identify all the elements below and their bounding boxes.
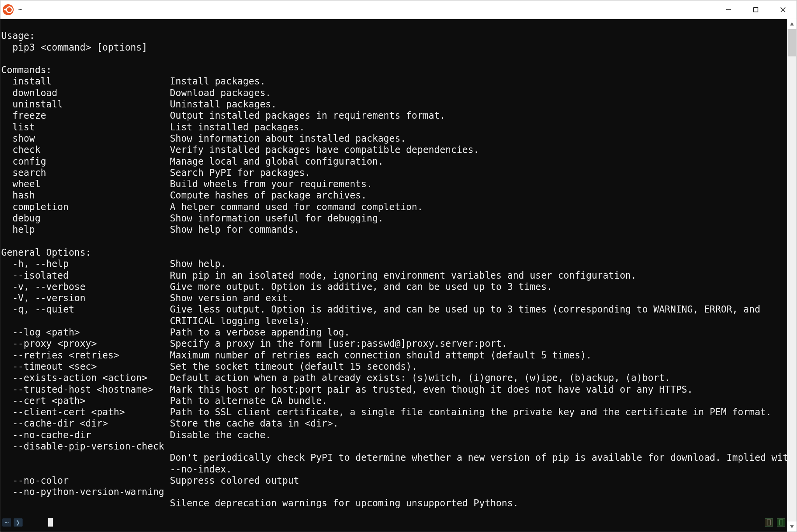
status-path-badge: ~ <box>2 518 11 527</box>
scrollbar[interactable] <box>787 19 797 532</box>
scrollbar-down-button[interactable] <box>787 521 797 532</box>
maximize-button[interactable] <box>742 0 769 19</box>
status-indicator-1: ⎕ <box>765 518 773 527</box>
statusbar-left: ~ ❯ <box>2 518 53 527</box>
statusbar: ~ ❯ ⎕ ⎕ <box>1 513 787 531</box>
scrollbar-thumb[interactable] <box>788 29 796 56</box>
svg-marker-5 <box>790 525 794 528</box>
minimize-icon <box>726 7 731 12</box>
chevron-up-icon <box>790 22 794 26</box>
close-button[interactable] <box>769 0 797 19</box>
minimize-button[interactable] <box>715 0 742 19</box>
titlebar-left: ~ <box>0 4 715 15</box>
svg-marker-4 <box>790 22 794 25</box>
terminal-output[interactable]: Usage: pip3 <command> [options] Commands… <box>0 19 787 532</box>
window-title: ~ <box>18 5 22 14</box>
window-controls <box>715 0 797 19</box>
terminal-cursor <box>48 518 53 527</box>
titlebar[interactable]: ~ <box>0 0 797 19</box>
scrollbar-track[interactable] <box>787 29 797 521</box>
status-prompt-badge: ❯ <box>14 518 23 527</box>
status-indicator-2: ⎕ <box>777 518 785 527</box>
maximize-icon <box>753 7 758 12</box>
close-icon <box>780 7 786 12</box>
terminal-area: Usage: pip3 <command> [options] Commands… <box>0 19 797 532</box>
svg-rect-1 <box>754 7 758 12</box>
ubuntu-logo-icon <box>3 4 14 15</box>
chevron-down-icon <box>790 524 794 529</box>
statusbar-right: ⎕ ⎕ <box>765 518 785 527</box>
scrollbar-up-button[interactable] <box>787 19 797 29</box>
terminal-window: ~ Usage: pip3 <command> [opt <box>0 0 797 532</box>
